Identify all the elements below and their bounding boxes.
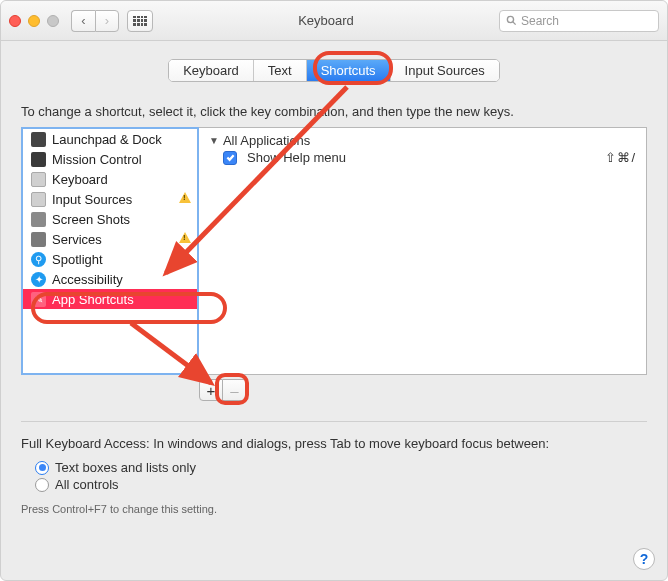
radio-icon[interactable] xyxy=(35,478,49,492)
group-row[interactable]: ▼ All Applications xyxy=(199,132,646,149)
warning-icon xyxy=(179,232,191,243)
remove-shortcut-button[interactable]: – xyxy=(223,379,247,401)
show-all-button[interactable] xyxy=(127,10,153,32)
radio-label: Text boxes and lists only xyxy=(55,460,196,475)
category-label: Screen Shots xyxy=(52,212,130,227)
disclosure-triangle-icon[interactable]: ▼ xyxy=(209,135,219,146)
radio-label: All controls xyxy=(55,477,119,492)
checkbox[interactable] xyxy=(223,151,237,165)
category-item-input-sources[interactable]: Input Sources xyxy=(23,189,197,209)
svg-point-0 xyxy=(507,16,513,22)
back-button[interactable]: ‹ xyxy=(71,10,95,32)
shortcut-keys[interactable]: ⇧⌘/ xyxy=(605,150,636,165)
tab-keyboard[interactable]: Keyboard xyxy=(169,60,254,81)
radio-text-boxes-lists[interactable]: Text boxes and lists only xyxy=(35,459,647,476)
tab-input-sources[interactable]: Input Sources xyxy=(391,60,499,81)
divider xyxy=(21,421,647,422)
titlebar: ‹ › Keyboard Search xyxy=(1,1,667,41)
tab-shortcuts[interactable]: Shortcuts xyxy=(307,60,391,81)
category-item-app-shortcuts[interactable]: ✎ App Shortcuts xyxy=(23,289,197,309)
minimize-icon[interactable] xyxy=(28,15,40,27)
instruction-text: To change a shortcut, select it, click t… xyxy=(21,104,647,119)
zoom-icon[interactable] xyxy=(47,15,59,27)
app-shortcuts-icon: ✎ xyxy=(31,292,46,307)
accessibility-icon: ✦ xyxy=(31,272,46,287)
search-placeholder: Search xyxy=(521,14,559,28)
forward-button[interactable]: › xyxy=(95,10,119,32)
add-shortcut-button[interactable]: + xyxy=(199,379,223,401)
grid-icon xyxy=(133,16,147,26)
search-input[interactable]: Search xyxy=(499,10,659,32)
group-label: All Applications xyxy=(223,133,310,148)
category-item-mission-control[interactable]: Mission Control xyxy=(23,149,197,169)
category-item-services[interactable]: Services xyxy=(23,229,197,249)
help-button[interactable]: ? xyxy=(633,548,655,570)
input-sources-icon xyxy=(31,192,46,207)
category-label: App Shortcuts xyxy=(52,292,134,307)
category-label: Input Sources xyxy=(52,192,132,207)
radio-all-controls[interactable]: All controls xyxy=(35,476,647,493)
category-item-launchpad[interactable]: Launchpad & Dock xyxy=(23,129,197,149)
mission-control-icon xyxy=(31,152,46,167)
close-icon[interactable] xyxy=(9,15,21,27)
shortcut-label: Show Help menu xyxy=(247,150,346,165)
services-icon xyxy=(31,232,46,247)
category-label: Accessibility xyxy=(52,272,123,287)
category-label: Keyboard xyxy=(52,172,108,187)
category-list[interactable]: Launchpad & Dock Mission Control Keyboar… xyxy=(21,127,199,375)
category-item-screenshots[interactable]: Screen Shots xyxy=(23,209,197,229)
category-item-spotlight[interactable]: ⚲ Spotlight xyxy=(23,249,197,269)
search-icon xyxy=(506,15,517,26)
window-title: Keyboard xyxy=(161,13,491,28)
category-label: Spotlight xyxy=(52,252,103,267)
fk-hint: Press Control+F7 to change this setting. xyxy=(21,503,647,515)
spotlight-icon: ⚲ xyxy=(31,252,46,267)
category-label: Launchpad & Dock xyxy=(52,132,162,147)
screenshots-icon xyxy=(31,212,46,227)
svg-line-1 xyxy=(513,22,516,25)
radio-icon[interactable] xyxy=(35,461,49,475)
category-item-keyboard[interactable]: Keyboard xyxy=(23,169,197,189)
warning-icon xyxy=(179,192,191,203)
launchpad-icon xyxy=(31,132,46,147)
category-item-accessibility[interactable]: ✦ Accessibility xyxy=(23,269,197,289)
keyboard-icon xyxy=(31,172,46,187)
shortcut-detail-list[interactable]: ▼ All Applications Show Help menu ⇧⌘/ xyxy=(199,127,647,375)
full-keyboard-access-label: Full Keyboard Access: In windows and dia… xyxy=(21,436,647,451)
shortcut-row[interactable]: Show Help menu ⇧⌘/ xyxy=(199,149,646,166)
tab-bar: Keyboard Text Shortcuts Input Sources xyxy=(168,59,500,82)
category-label: Services xyxy=(52,232,102,247)
category-label: Mission Control xyxy=(52,152,142,167)
tab-text[interactable]: Text xyxy=(254,60,307,81)
